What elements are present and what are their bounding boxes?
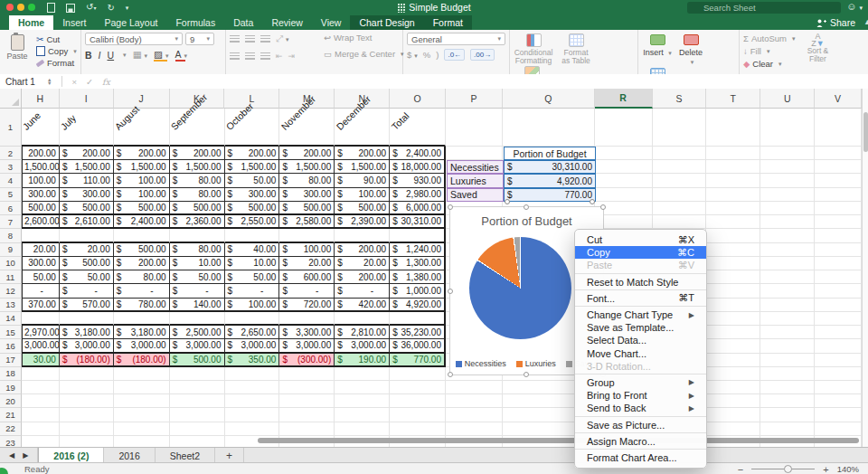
cell-T5[interactable] [706,188,760,202]
next-sheet-arrow-icon[interactable]: ▶ [23,451,28,460]
cell-J10[interactable]: $200.00 [114,257,170,270]
cell-V2[interactable] [815,147,862,160]
vertical-scrollbar-thumb[interactable] [863,112,868,152]
cell-I8[interactable] [60,229,114,242]
cell-T6[interactable] [706,202,760,215]
cell-M20[interactable] [279,394,335,408]
cell-N10[interactable]: $20.00 [335,257,390,270]
cell-J12[interactable]: $- [114,284,170,298]
cell-J16[interactable]: $3,000.00 [114,339,170,353]
cell-Q5-value[interactable]: $770.00 [504,188,596,202]
cell-T12[interactable] [706,284,760,298]
cell-T4[interactable] [706,174,760,187]
row-header-20[interactable]: 20 [0,394,22,408]
cell-L15[interactable]: $2,650.00 [225,326,280,339]
cell-P1[interactable] [446,109,503,147]
paste-button[interactable]: Paste [4,33,31,61]
chart-resize-handle[interactable] [448,372,453,377]
align-bottom-icon[interactable] [260,35,270,43]
cell-O5[interactable]: $2,980.00 [390,188,446,202]
align-middle-icon[interactable] [245,35,255,43]
cell-N4[interactable]: $90.00 [335,174,390,187]
cell-I13[interactable]: $570.00 [60,299,114,312]
chart-resize-handle[interactable] [448,289,453,294]
cell-L21[interactable] [225,408,280,422]
cell-I9[interactable]: $20.00 [60,243,114,257]
column-header-R[interactable]: R [595,89,653,109]
row-header-1[interactable]: 1 [0,109,22,147]
bold-button[interactable]: B [85,50,92,61]
orientation-icon[interactable]: ⤢▾ [276,33,289,44]
menu-item-send-to-back[interactable]: Send to Back▶ [575,402,706,414]
cell-L8[interactable] [225,229,280,242]
cell-H8[interactable] [22,229,60,242]
cell-I12[interactable]: $- [60,284,114,298]
fill-button[interactable]: ↓Fill▾ [743,46,795,56]
cell-S1[interactable] [653,109,707,147]
cell-J7[interactable]: $2,400.00 [114,215,170,229]
cell-T18[interactable] [706,367,760,381]
cell-H21[interactable] [22,408,60,422]
cell-I16[interactable]: $3,000.00 [60,339,114,353]
range-handle[interactable] [590,199,595,204]
cell-O6[interactable]: $6,000.00 [390,202,446,215]
zoom-out-button[interactable]: − [738,464,743,474]
cell-N14[interactable] [335,312,390,326]
wrap-text-button[interactable]: ↩Wrap Text [324,33,404,43]
row-header-14[interactable]: 14 [0,312,22,326]
cell-U17[interactable] [760,354,815,367]
row-header-16[interactable]: 16 [0,339,22,353]
collapse-ribbon-icon[interactable]: ▲ [863,17,868,26]
row-header-19[interactable]: 19 [0,381,22,394]
cell-M17[interactable]: $(300.00) [279,354,335,367]
cell-T17[interactable] [706,354,760,367]
cell-T14[interactable] [706,312,760,326]
format-as-table-button[interactable]: Formatas Table [556,33,596,65]
cell-I6[interactable]: $500.00 [60,202,114,215]
cell-I7[interactable]: $2,610.00 [60,215,114,229]
decrease-decimal-button[interactable]: .00→ [470,49,495,61]
align-top-icon[interactable] [230,35,240,43]
cell-L14[interactable] [225,312,280,326]
percent-format-button[interactable]: % [423,50,430,60]
align-right-icon[interactable] [260,52,270,60]
cell-J21[interactable] [114,408,170,422]
cell-J5[interactable]: $100.00 [114,188,170,202]
cell-U4[interactable] [760,174,815,187]
cell-N6[interactable]: $500.00 [335,202,390,215]
cell-N22[interactable] [335,422,390,436]
cell-U7[interactable] [760,215,815,229]
cell-M10[interactable]: $20.00 [279,257,335,270]
cell-N16[interactable]: $3,000.00 [335,339,390,353]
row-header-13[interactable]: 13 [0,299,22,312]
cell-N2[interactable]: $200.00 [335,147,390,160]
column-header-S[interactable]: S [653,89,707,109]
row-header-4[interactable]: 4 [0,174,22,187]
cell-S2[interactable] [653,147,707,160]
cell-R4[interactable] [595,174,653,187]
cell-L6[interactable]: $500.00 [225,202,280,215]
cell-T3[interactable] [706,160,760,174]
menu-item-select-data[interactable]: Select Data... [575,334,706,346]
cell-O19[interactable] [390,381,446,394]
insert-cells-button[interactable]: Insert ▾ [642,33,673,57]
cell-H16[interactable]: 3,000.00 [22,339,60,353]
cell-O12[interactable]: $1,000.00 [390,284,446,298]
cell-O2[interactable]: $2,400.00 [390,147,446,160]
column-header-J[interactable]: J [114,89,170,109]
column-header-H[interactable]: H [22,89,60,109]
clear-button[interactable]: ◆Clear▾ [743,59,795,69]
cell-L7[interactable]: $2,550.00 [225,215,280,229]
menu-item-copy[interactable]: Copy⌘C [575,246,706,259]
cell-K19[interactable] [170,381,225,394]
cell-N8[interactable] [335,229,390,242]
row-header-11[interactable]: 11 [0,270,22,284]
column-header-U[interactable]: U [760,89,815,109]
insert-function-icon[interactable]: fx [102,77,110,87]
cell-L3[interactable]: $1,500.00 [225,160,280,174]
cell-T15[interactable] [706,326,760,339]
cell-K6[interactable]: $500.00 [170,202,225,215]
cell-M5[interactable]: $300.00 [279,188,335,202]
cell-P19[interactable] [446,381,503,394]
cell-J13[interactable]: $780.00 [114,299,170,312]
